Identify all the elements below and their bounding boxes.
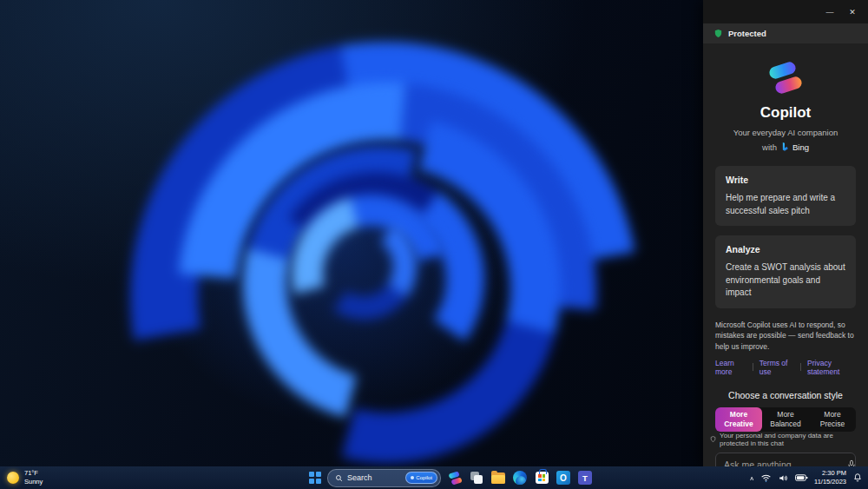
badge-icon	[411, 476, 414, 479]
taskbar-center: Search Copilot	[309, 466, 593, 489]
taskbar: 71°F Sunny Search Copilot	[0, 466, 868, 489]
file-explorer-icon[interactable]	[490, 470, 506, 486]
tray-overflow-chevron-icon[interactable]: ∧	[749, 474, 754, 480]
ai-disclaimer-text: Microsoft Copilot uses AI to respond, so…	[715, 320, 856, 353]
divider	[800, 363, 801, 371]
bing-label: Bing	[792, 142, 809, 152]
legal-links: Learn more Terms of use Privacy statemen…	[715, 359, 856, 376]
clock[interactable]: 2:30 PM 11/15/2023	[814, 469, 846, 486]
data-protection-note: Your personal and company data are prote…	[710, 432, 861, 447]
sun-icon	[7, 472, 19, 484]
search-label: Search	[347, 473, 401, 482]
protected-label: Protected	[728, 29, 766, 38]
volume-icon[interactable]	[778, 472, 789, 484]
wifi-icon[interactable]	[760, 472, 772, 484]
close-button[interactable]: ✕	[842, 3, 863, 21]
weather-widget[interactable]: 71°F Sunny	[7, 469, 43, 486]
data-protection-text: Your personal and company data are prote…	[720, 432, 861, 447]
tray-date: 11/15/2023	[814, 478, 846, 486]
edge-icon[interactable]	[512, 470, 528, 486]
card-description: Create a SWOT analysis about environment…	[726, 261, 845, 300]
notifications-bell-icon[interactable]	[852, 472, 863, 483]
conversation-style-toggle: More Creative More Balanced More Precise	[715, 407, 856, 432]
copilot-logo-icon	[768, 61, 803, 96]
with-bing-row: with Bing	[703, 142, 868, 152]
outlook-icon[interactable]: O	[556, 470, 571, 486]
card-description: Help me prepare and write a successful s…	[726, 192, 845, 217]
card-title: Write	[726, 175, 845, 185]
microsoft-store-icon[interactable]	[534, 470, 549, 486]
style-option-line2: Precise	[820, 420, 845, 429]
style-option-line2: Creative	[724, 420, 753, 429]
suggestion-card-analyze[interactable]: Analyze Create a SWOT analysis about env…	[715, 235, 856, 308]
weather-condition: Sunny	[24, 478, 43, 486]
screen: — ✕ Protected Copilot Your everyday AI c…	[0, 0, 868, 489]
style-option-precise[interactable]: More Precise	[809, 407, 856, 432]
style-option-line1: More	[730, 410, 747, 420]
style-option-line1: More	[824, 410, 840, 420]
with-label: with	[762, 142, 777, 152]
taskbar-copilot-icon[interactable]	[447, 470, 463, 486]
panel-titlebar: — ✕	[703, 0, 868, 23]
style-option-line2: Balanced	[770, 420, 800, 429]
weather-temperature: 71°F	[24, 469, 43, 478]
learn-more-link[interactable]: Learn more	[715, 359, 746, 376]
style-option-creative[interactable]: More Creative	[715, 407, 762, 432]
copilot-subtitle: Your everyday AI companion	[703, 128, 868, 137]
tray-time: 2:30 PM	[822, 469, 846, 478]
copilot-panel: — ✕ Protected Copilot Your everyday AI c…	[703, 0, 868, 466]
privacy-statement-link[interactable]: Privacy statement	[807, 359, 856, 376]
suggestion-card-write[interactable]: Write Help me prepare and write a succes…	[715, 166, 856, 226]
shield-outline-icon	[710, 435, 716, 443]
protected-status-bar: Protected	[703, 23, 868, 43]
conversation-style-heading: Choose a conversation style	[703, 390, 868, 400]
shield-icon	[713, 29, 723, 38]
battery-icon[interactable]	[795, 472, 808, 483]
bing-icon	[780, 142, 789, 152]
teams-icon[interactable]: T	[577, 470, 593, 486]
divider	[753, 363, 753, 371]
badge-label: Copilot	[416, 475, 432, 480]
task-view-icon[interactable]	[469, 470, 484, 486]
suggestion-cards: Write Help me prepare and write a succes…	[703, 166, 868, 318]
style-option-line1: More	[777, 410, 793, 420]
search-highlight-badge[interactable]: Copilot	[405, 472, 437, 484]
minimize-button[interactable]: —	[819, 3, 840, 21]
copilot-hero: Copilot Your everyday AI companion with …	[703, 61, 868, 152]
style-option-balanced[interactable]: More Balanced	[762, 407, 809, 432]
terms-of-use-link[interactable]: Terms of use	[760, 359, 794, 376]
copilot-title: Copilot	[703, 104, 868, 122]
search-icon	[335, 474, 343, 482]
bloom-flower-graphic	[95, 17, 599, 466]
card-title: Analyze	[726, 244, 845, 254]
search-box[interactable]: Search Copilot	[327, 469, 441, 487]
start-button[interactable]	[309, 472, 321, 484]
system-tray: ∧ 2:30 PM 11/15/2023	[749, 466, 863, 489]
